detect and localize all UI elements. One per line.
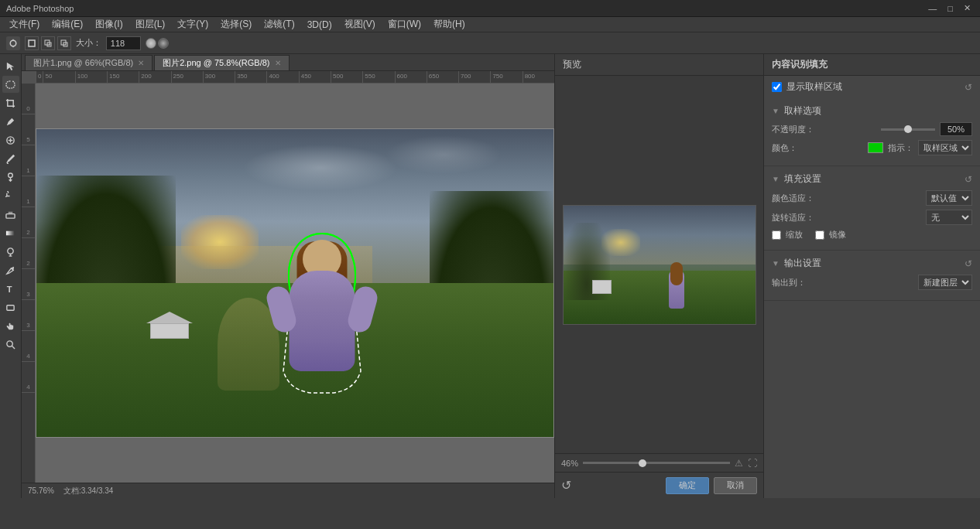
ruler-tick: 500 xyxy=(331,71,362,83)
menu-filter[interactable]: 滤镜(T) xyxy=(258,16,300,32)
svg-rect-20 xyxy=(7,305,14,310)
output-settings-section: ▼ 输出设置 ↺ 输出到： 新建图层 当前图层 复制图层 xyxy=(764,251,980,301)
zoom-bar: 46% ⚠ ⛶ xyxy=(555,453,763,472)
minimize-button[interactable]: — xyxy=(925,2,940,15)
reset-icon-right[interactable]: ↺ xyxy=(965,82,972,93)
select-options-header[interactable]: ▼ 取样选项 xyxy=(772,104,972,118)
opacity-input[interactable] xyxy=(940,122,972,136)
canvas-viewport[interactable] xyxy=(36,84,554,483)
ruler-tick: 450 xyxy=(299,71,331,83)
fit-icon[interactable]: ⛶ xyxy=(748,458,757,469)
title-text: Adobe Photoshop xyxy=(6,4,74,13)
doc-info: 文档:3.34/3.34 xyxy=(63,486,113,497)
cancel-button[interactable]: 取消 xyxy=(714,477,757,494)
fill-reset-icon[interactable]: ↺ xyxy=(965,174,972,185)
ruler-tick: 800 xyxy=(523,71,554,83)
svg-point-16 xyxy=(8,247,13,253)
ruler-vertical: 0 5 1 1 2 2 3 3 4 4 xyxy=(22,84,36,483)
gradient-tool[interactable] xyxy=(2,224,19,241)
shape-tool[interactable] xyxy=(2,299,19,316)
v-tick: 2 xyxy=(22,207,35,238)
hint-select[interactable]: 取样区域 排除区域 xyxy=(918,140,972,155)
canvas-area: 图片1.png @ 66%(RGB/8) ✕ 图片2.png @ 75.8%(R… xyxy=(22,54,554,498)
ruler-tick: 550 xyxy=(362,71,394,83)
preview-header: 预览 xyxy=(555,54,763,76)
ruler-tick: 650 xyxy=(427,71,458,83)
menu-image[interactable]: 图像(I) xyxy=(89,16,128,32)
crop-tool[interactable] xyxy=(2,94,19,111)
maximize-button[interactable]: □ xyxy=(944,2,956,15)
ruler-tick: 250 xyxy=(171,71,203,83)
hardness-icons xyxy=(146,38,169,49)
window-controls[interactable]: — □ ✕ xyxy=(925,2,974,15)
selection-tool[interactable] xyxy=(2,57,19,74)
menu-help[interactable]: 帮助(H) xyxy=(427,16,471,32)
output-to-label: 输出到： xyxy=(772,277,806,288)
rotation-adapt-select[interactable]: 无 低 中 高 完整 xyxy=(926,210,972,225)
color-adapt-select[interactable]: 默认值 无 低 中 高 xyxy=(926,190,972,206)
mode-subtract[interactable]: - xyxy=(57,36,71,50)
menu-select[interactable]: 选择(S) xyxy=(214,16,258,32)
output-to-select[interactable]: 新建图层 当前图层 复制图层 xyxy=(918,275,972,290)
menu-view[interactable]: 视图(V) xyxy=(338,16,382,32)
menubar: 文件(F) 编辑(E) 图像(I) 图层(L) 文字(Y) 选择(S) 滤镜(T… xyxy=(0,17,980,32)
menu-3d[interactable]: 3D(D) xyxy=(301,18,338,32)
reset-icon-bottom[interactable]: ↺ xyxy=(561,478,571,493)
healing-tool[interactable] xyxy=(2,131,19,148)
eyedropper-tool[interactable] xyxy=(2,113,19,130)
pen-tool[interactable] xyxy=(2,261,19,278)
v-tick: 1 xyxy=(22,176,35,207)
tab1-close[interactable]: ✕ xyxy=(138,59,144,67)
mode-add[interactable]: + xyxy=(41,36,55,50)
tab-image2[interactable]: 图片2.png @ 75.8%(RGB/8) ✕ xyxy=(154,55,289,70)
output-settings-header[interactable]: ▼ 输出设置 ↺ xyxy=(772,257,972,270)
eraser-tool[interactable] xyxy=(2,206,19,223)
type-tool[interactable]: T xyxy=(2,280,19,297)
lasso-tool[interactable] xyxy=(2,76,19,93)
hint-label: 指示： xyxy=(888,142,913,154)
menu-window[interactable]: 窗口(W) xyxy=(382,16,427,32)
confirm-button[interactable]: 确定 xyxy=(666,477,709,494)
menu-edit[interactable]: 编辑(E) xyxy=(46,16,89,32)
color-swatch[interactable] xyxy=(868,142,883,153)
v-tick: 4 xyxy=(22,362,35,393)
ruler-tick: 700 xyxy=(458,71,490,83)
svg-point-13 xyxy=(9,172,13,177)
brush-hardness-icon xyxy=(146,38,156,49)
opacity-slider[interactable] xyxy=(881,128,935,131)
show-selection-checkbox[interactable] xyxy=(772,82,782,92)
menu-file[interactable]: 文件(F) xyxy=(3,16,46,32)
menu-layer[interactable]: 图层(L) xyxy=(129,16,172,32)
right-panel: 内容识别填充 显示取样区域 ↺ ▼ 取样选项 不透明度： xyxy=(763,54,980,498)
clone-tool[interactable] xyxy=(2,169,19,186)
color-controls: 指示： 取样区域 排除区域 xyxy=(868,140,972,155)
hand-tool[interactable] xyxy=(2,317,19,334)
ruler-tick: 750 xyxy=(490,71,522,83)
close-button[interactable]: ✕ xyxy=(961,2,974,15)
figure-body xyxy=(290,271,355,371)
show-selection-row: 显示取样区域 ↺ xyxy=(764,76,980,98)
mirror-checkbox[interactable] xyxy=(815,230,824,240)
mode-new[interactable] xyxy=(25,36,39,50)
zoom-tool[interactable] xyxy=(2,336,19,353)
zoom-slider[interactable] xyxy=(583,462,730,464)
dodge-tool[interactable] xyxy=(2,243,19,260)
tab2-close[interactable]: ✕ xyxy=(275,59,281,67)
rotation-adapt-label: 旋转适应： xyxy=(772,212,814,224)
output-reset-icon[interactable]: ↺ xyxy=(965,258,972,269)
tab-image1[interactable]: 图片1.png @ 66%(RGB/8) ✕ xyxy=(25,55,152,70)
preview-img xyxy=(563,205,756,325)
brush-tool[interactable] xyxy=(2,150,19,167)
history-tool[interactable] xyxy=(2,187,19,204)
figure-with-selection xyxy=(272,232,372,394)
opacity-row: 不透明度： xyxy=(772,122,972,136)
svg-point-0 xyxy=(10,40,16,46)
scale-checkbox[interactable] xyxy=(772,230,781,240)
v-ruler-marks: 0 5 1 1 2 2 3 3 4 4 xyxy=(22,84,35,393)
tab1-label: 图片1.png @ 66%(RGB/8) xyxy=(33,57,133,69)
app-name: Adobe Photoshop xyxy=(6,4,74,13)
fill-settings-header[interactable]: ▼ 填充设置 ↺ xyxy=(772,172,972,186)
menu-type[interactable]: 文字(Y) xyxy=(171,16,214,32)
tool-icon[interactable] xyxy=(6,36,20,50)
size-input[interactable] xyxy=(106,36,141,50)
